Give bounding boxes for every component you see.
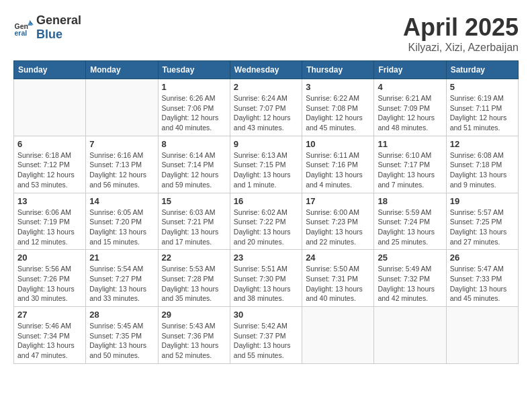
calendar-cell: 23Sunrise: 5:51 AMSunset: 7:30 PMDayligh… bbox=[230, 250, 302, 307]
day-info: Sunrise: 5:47 AMSunset: 7:33 PMDaylight:… bbox=[450, 264, 515, 304]
day-number: 19 bbox=[450, 196, 515, 206]
title-area: April 2025 Kilyazi, Xizi, Azerbaijan bbox=[403, 13, 519, 54]
calendar-week-row: 13Sunrise: 6:06 AMSunset: 7:19 PMDayligh… bbox=[14, 193, 519, 250]
day-number: 1 bbox=[162, 82, 226, 92]
day-number: 6 bbox=[17, 139, 82, 149]
calendar-cell bbox=[14, 79, 86, 136]
calendar-cell bbox=[374, 307, 446, 364]
day-number: 10 bbox=[306, 139, 370, 149]
calendar-table: SundayMondayTuesdayWednesdayThursdayFrid… bbox=[13, 60, 519, 364]
calendar-cell: 10Sunrise: 6:11 AMSunset: 7:16 PMDayligh… bbox=[302, 136, 374, 193]
day-number: 23 bbox=[234, 253, 298, 263]
day-number: 28 bbox=[89, 310, 154, 320]
day-number: 16 bbox=[234, 196, 298, 206]
calendar-cell: 25Sunrise: 5:49 AMSunset: 7:32 PMDayligh… bbox=[374, 250, 446, 307]
calendar-cell: 15Sunrise: 6:03 AMSunset: 7:21 PMDayligh… bbox=[158, 193, 230, 250]
weekday-header-wednesday: Wednesday bbox=[230, 61, 302, 79]
day-info: Sunrise: 6:13 AMSunset: 7:15 PMDaylight:… bbox=[234, 150, 298, 190]
day-info: Sunrise: 5:53 AMSunset: 7:28 PMDaylight:… bbox=[162, 264, 226, 304]
page-header: Gen eral General Blue April 2025 Kilyazi… bbox=[13, 13, 519, 54]
day-info: Sunrise: 5:51 AMSunset: 7:30 PMDaylight:… bbox=[234, 264, 298, 304]
calendar-cell: 12Sunrise: 6:08 AMSunset: 7:18 PMDayligh… bbox=[446, 136, 518, 193]
calendar-cell: 19Sunrise: 5:57 AMSunset: 7:25 PMDayligh… bbox=[446, 193, 518, 250]
day-number: 9 bbox=[234, 139, 298, 149]
day-info: Sunrise: 5:50 AMSunset: 7:31 PMDaylight:… bbox=[306, 264, 370, 304]
day-number: 25 bbox=[378, 253, 442, 263]
day-info: Sunrise: 6:19 AMSunset: 7:11 PMDaylight:… bbox=[450, 93, 515, 133]
calendar-cell: 7Sunrise: 6:16 AMSunset: 7:13 PMDaylight… bbox=[86, 136, 158, 193]
calendar-cell: 6Sunrise: 6:18 AMSunset: 7:12 PMDaylight… bbox=[14, 136, 86, 193]
day-info: Sunrise: 6:18 AMSunset: 7:12 PMDaylight:… bbox=[17, 150, 82, 190]
calendar-cell: 11Sunrise: 6:10 AMSunset: 7:17 PMDayligh… bbox=[374, 136, 446, 193]
logo: Gen eral General Blue bbox=[13, 13, 81, 42]
day-number: 26 bbox=[450, 253, 515, 263]
weekday-header-sunday: Sunday bbox=[14, 61, 86, 79]
calendar-cell: 24Sunrise: 5:50 AMSunset: 7:31 PMDayligh… bbox=[302, 250, 374, 307]
day-info: Sunrise: 5:59 AMSunset: 7:24 PMDaylight:… bbox=[378, 208, 442, 247]
calendar-cell: 29Sunrise: 5:43 AMSunset: 7:36 PMDayligh… bbox=[158, 307, 230, 364]
day-number: 15 bbox=[162, 196, 226, 206]
day-info: Sunrise: 6:14 AMSunset: 7:14 PMDaylight:… bbox=[162, 150, 226, 190]
calendar-week-row: 20Sunrise: 5:56 AMSunset: 7:26 PMDayligh… bbox=[14, 250, 519, 307]
day-info: Sunrise: 5:42 AMSunset: 7:37 PMDaylight:… bbox=[234, 321, 298, 361]
logo-general: General bbox=[36, 13, 81, 27]
weekday-header-friday: Friday bbox=[374, 61, 446, 79]
calendar-cell bbox=[446, 307, 518, 364]
calendar-cell: 1Sunrise: 6:26 AMSunset: 7:06 PMDaylight… bbox=[158, 79, 230, 136]
calendar-cell: 2Sunrise: 6:24 AMSunset: 7:07 PMDaylight… bbox=[230, 79, 302, 136]
day-info: Sunrise: 5:54 AMSunset: 7:27 PMDaylight:… bbox=[89, 264, 154, 304]
day-info: Sunrise: 6:00 AMSunset: 7:23 PMDaylight:… bbox=[306, 208, 370, 247]
logo-text: General Blue bbox=[36, 13, 81, 42]
svg-text:eral: eral bbox=[15, 29, 28, 37]
day-number: 27 bbox=[17, 310, 82, 320]
calendar-cell bbox=[86, 79, 158, 136]
day-number: 14 bbox=[89, 196, 154, 206]
day-number: 22 bbox=[162, 253, 226, 263]
day-number: 8 bbox=[162, 139, 226, 149]
weekday-header-monday: Monday bbox=[86, 61, 158, 79]
day-info: Sunrise: 6:03 AMSunset: 7:21 PMDaylight:… bbox=[162, 208, 226, 247]
calendar-cell: 13Sunrise: 6:06 AMSunset: 7:19 PMDayligh… bbox=[14, 193, 86, 250]
day-number: 5 bbox=[450, 82, 515, 92]
day-info: Sunrise: 5:57 AMSunset: 7:25 PMDaylight:… bbox=[450, 208, 515, 247]
calendar-cell: 26Sunrise: 5:47 AMSunset: 7:33 PMDayligh… bbox=[446, 250, 518, 307]
logo-blue: Blue bbox=[36, 28, 62, 41]
day-number: 17 bbox=[306, 196, 370, 206]
calendar-cell: 21Sunrise: 5:54 AMSunset: 7:27 PMDayligh… bbox=[86, 250, 158, 307]
logo-icon: Gen eral bbox=[13, 17, 34, 38]
day-info: Sunrise: 6:06 AMSunset: 7:19 PMDaylight:… bbox=[17, 208, 82, 247]
calendar-cell: 3Sunrise: 6:22 AMSunset: 7:08 PMDaylight… bbox=[302, 79, 374, 136]
day-number: 21 bbox=[89, 253, 154, 263]
calendar-week-row: 27Sunrise: 5:46 AMSunset: 7:34 PMDayligh… bbox=[14, 307, 519, 364]
calendar-cell: 9Sunrise: 6:13 AMSunset: 7:15 PMDaylight… bbox=[230, 136, 302, 193]
day-number: 11 bbox=[378, 139, 442, 149]
calendar-cell: 20Sunrise: 5:56 AMSunset: 7:26 PMDayligh… bbox=[14, 250, 86, 307]
calendar-cell: 14Sunrise: 6:05 AMSunset: 7:20 PMDayligh… bbox=[86, 193, 158, 250]
calendar-cell: 16Sunrise: 6:02 AMSunset: 7:22 PMDayligh… bbox=[230, 193, 302, 250]
day-info: Sunrise: 6:08 AMSunset: 7:18 PMDaylight:… bbox=[450, 150, 515, 190]
day-number: 3 bbox=[306, 82, 370, 92]
day-number: 29 bbox=[162, 310, 226, 320]
day-info: Sunrise: 6:22 AMSunset: 7:08 PMDaylight:… bbox=[306, 93, 370, 133]
day-info: Sunrise: 6:02 AMSunset: 7:22 PMDaylight:… bbox=[234, 208, 298, 247]
day-info: Sunrise: 5:49 AMSunset: 7:32 PMDaylight:… bbox=[378, 264, 442, 304]
calendar-cell: 8Sunrise: 6:14 AMSunset: 7:14 PMDaylight… bbox=[158, 136, 230, 193]
day-number: 30 bbox=[234, 310, 298, 320]
calendar-week-row: 6Sunrise: 6:18 AMSunset: 7:12 PMDaylight… bbox=[14, 136, 519, 193]
calendar-cell: 27Sunrise: 5:46 AMSunset: 7:34 PMDayligh… bbox=[14, 307, 86, 364]
day-number: 2 bbox=[234, 82, 298, 92]
day-info: Sunrise: 6:16 AMSunset: 7:13 PMDaylight:… bbox=[89, 150, 154, 190]
calendar-week-row: 1Sunrise: 6:26 AMSunset: 7:06 PMDaylight… bbox=[14, 79, 519, 136]
day-number: 12 bbox=[450, 139, 515, 149]
weekday-header-saturday: Saturday bbox=[446, 61, 518, 79]
day-info: Sunrise: 6:11 AMSunset: 7:16 PMDaylight:… bbox=[306, 150, 370, 190]
weekday-header-thursday: Thursday bbox=[302, 61, 374, 79]
location-title: Kilyazi, Xizi, Azerbaijan bbox=[403, 42, 519, 54]
day-info: Sunrise: 6:24 AMSunset: 7:07 PMDaylight:… bbox=[234, 93, 298, 133]
calendar-cell: 4Sunrise: 6:21 AMSunset: 7:09 PMDaylight… bbox=[374, 79, 446, 136]
month-title: April 2025 bbox=[403, 13, 519, 42]
day-info: Sunrise: 6:10 AMSunset: 7:17 PMDaylight:… bbox=[378, 150, 442, 190]
day-info: Sunrise: 6:05 AMSunset: 7:20 PMDaylight:… bbox=[89, 208, 154, 247]
day-info: Sunrise: 5:56 AMSunset: 7:26 PMDaylight:… bbox=[17, 264, 82, 304]
day-info: Sunrise: 5:46 AMSunset: 7:34 PMDaylight:… bbox=[17, 321, 82, 361]
